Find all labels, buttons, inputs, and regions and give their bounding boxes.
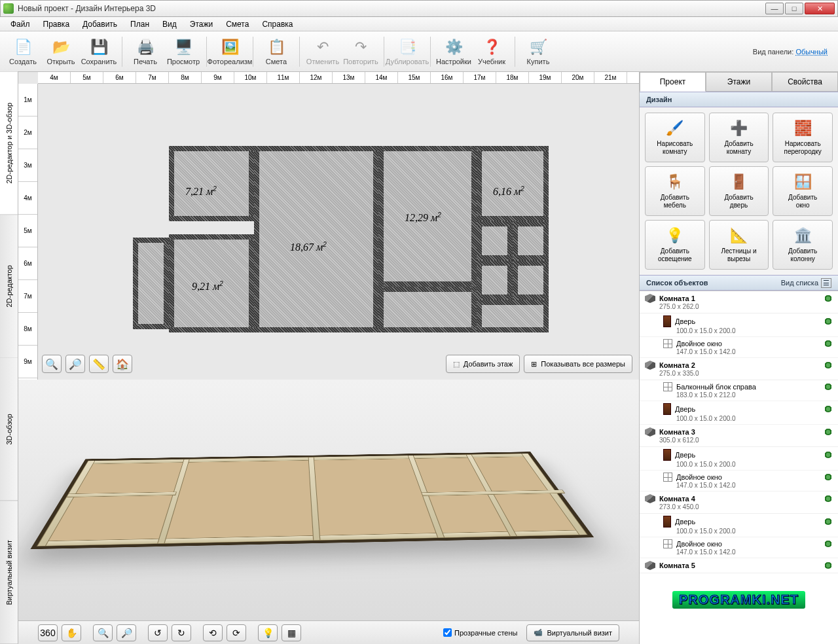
obj-item-3-0[interactable]: Дверь100.0 x 15.0 x 200.0 bbox=[640, 514, 838, 537]
menu-Смета[interactable]: Смета bbox=[219, 18, 255, 30]
draw-room-icon: 🖌️ bbox=[665, 119, 685, 137]
room-6[interactable] bbox=[513, 221, 549, 260]
menu-Этажи[interactable]: Этажи bbox=[183, 18, 219, 30]
plan-canvas[interactable]: 7,21 м218,67 м212,29 м26,16 м29,21 м2 bbox=[38, 84, 639, 380]
draw-partition-button[interactable]: 🧱Нарисоватьперегородку bbox=[773, 113, 833, 162]
photorealism-button[interactable]: 🖼️Фотореализм bbox=[211, 33, 249, 70]
obj-item-1-0[interactable]: Балконный блок справа183.0 x 15.0 x 212.… bbox=[640, 380, 838, 401]
obj-room-3[interactable]: Комната 4273.0 x 450.0 bbox=[640, 492, 838, 514]
camera-button[interactable]: ▦ bbox=[282, 624, 301, 641]
right-tab-Этажи[interactable]: Этажи bbox=[706, 72, 772, 92]
visibility-icon[interactable] bbox=[824, 384, 833, 390]
vtab-0[interactable]: 2D-редактор и 3D-обзор bbox=[0, 72, 18, 215]
reset-view-button[interactable]: ↺ bbox=[148, 624, 168, 641]
visibility-icon[interactable] bbox=[824, 406, 833, 412]
visibility-icon[interactable] bbox=[824, 562, 833, 569]
minimize-button[interactable]: — bbox=[765, 3, 784, 14]
visibility-icon[interactable] bbox=[824, 429, 833, 435]
print-button[interactable]: 🖨️Печать bbox=[126, 33, 164, 70]
visibility-icon[interactable] bbox=[824, 452, 833, 458]
obj-room-0[interactable]: Комната 1275.0 x 262.0 bbox=[640, 291, 838, 313]
tutorial-button[interactable]: ❓Учебник bbox=[473, 33, 511, 70]
home-button[interactable]: 🏠 bbox=[113, 355, 132, 373]
obj-room-2[interactable]: Комната 3305.0 x 612.0 bbox=[640, 425, 838, 447]
add-door-button[interactable]: 🚪Добавитьдверь bbox=[709, 166, 769, 216]
add-room-icon: ➕ bbox=[728, 119, 749, 137]
pan-button[interactable]: ✋ bbox=[62, 624, 81, 641]
buy-button[interactable]: 🛒Купить bbox=[519, 33, 557, 70]
settings-button[interactable]: ⚙️Настройки bbox=[435, 33, 473, 70]
obj-item-1-1[interactable]: Дверь100.0 x 15.0 x 200.0 bbox=[640, 401, 838, 425]
visibility-icon[interactable] bbox=[824, 495, 833, 502]
menu-План[interactable]: План bbox=[124, 18, 156, 30]
obj-item-3-1[interactable]: Двойное окно147.0 x 15.0 x 142.0 bbox=[640, 537, 838, 558]
add-lighting-button[interactable]: 💡Добавитьосвещение bbox=[645, 220, 705, 270]
stairs-cutouts-button[interactable]: 📐Лестницы ивырезы bbox=[709, 220, 769, 270]
obj-item-2-1[interactable]: Двойное окно147.0 x 15.0 x 142.0 bbox=[640, 471, 838, 492]
vtab-1[interactable]: 2D-редактор bbox=[0, 215, 18, 359]
turn-left-button[interactable]: ⟲ bbox=[203, 624, 223, 641]
visibility-icon[interactable] bbox=[824, 474, 833, 480]
room-7[interactable] bbox=[477, 260, 513, 300]
room-9[interactable] bbox=[477, 300, 549, 332]
menu-Правка[interactable]: Правка bbox=[37, 18, 77, 30]
add-window-button[interactable]: 🪟Добавитьокно bbox=[773, 166, 833, 216]
obj-item-0-0[interactable]: Дверь100.0 x 15.0 x 200.0 bbox=[640, 313, 838, 337]
virtual-visit-button[interactable]: 📹 Виртуальный визит bbox=[526, 624, 619, 641]
turn-right-button[interactable]: ⟳ bbox=[227, 624, 246, 641]
maximize-button[interactable]: □ bbox=[785, 3, 803, 14]
room-0[interactable] bbox=[169, 146, 254, 221]
room-3[interactable] bbox=[477, 146, 549, 221]
light-button[interactable]: 💡 bbox=[258, 624, 278, 641]
visibility-icon[interactable] bbox=[824, 518, 833, 525]
preview-button[interactable]: 🖥️Просмотр bbox=[164, 33, 202, 70]
right-tab-Свойства[interactable]: Свойства bbox=[772, 72, 838, 92]
visibility-icon[interactable] bbox=[824, 541, 833, 547]
view-3d-area[interactable] bbox=[18, 380, 639, 620]
new-button[interactable]: 📄Создать bbox=[4, 33, 42, 70]
ruler-button[interactable]: 📏 bbox=[89, 355, 109, 373]
undo-icon: ↶ bbox=[312, 38, 333, 56]
cube-icon bbox=[645, 361, 655, 370]
menu-Вид[interactable]: Вид bbox=[156, 18, 183, 30]
draw-room-button[interactable]: 🖌️Нарисоватькомнату bbox=[645, 113, 705, 162]
room-11[interactable] bbox=[133, 238, 169, 329]
orbit-button[interactable]: 360 bbox=[38, 624, 58, 641]
zoom-in-3d-button[interactable]: 🔎 bbox=[117, 624, 136, 641]
menu-Файл[interactable]: Файл bbox=[4, 18, 37, 30]
panel-mode-link[interactable]: Обычный bbox=[795, 48, 828, 56]
visibility-icon[interactable] bbox=[824, 318, 833, 325]
plan-2d-area[interactable]: 4м5м6м7м8м9м10м11м12м13м14м15м16м17м18м1… bbox=[18, 72, 639, 380]
visibility-icon[interactable] bbox=[824, 295, 833, 302]
room-8[interactable] bbox=[513, 260, 549, 300]
room-5[interactable] bbox=[477, 221, 513, 260]
right-tab-Проект[interactable]: Проект bbox=[640, 72, 706, 92]
menu-Справка[interactable]: Справка bbox=[255, 18, 299, 30]
zoom-out-3d-button[interactable]: 🔍 bbox=[93, 624, 113, 641]
add-column-button[interactable]: 🏛️Добавитьколонну bbox=[773, 220, 833, 270]
save-button[interactable]: 💾Сохранить bbox=[80, 33, 118, 70]
visibility-icon[interactable] bbox=[824, 340, 833, 347]
zoom-in-button[interactable]: 🔎 bbox=[65, 355, 85, 373]
close-button[interactable]: ✕ bbox=[805, 3, 835, 14]
add-furniture-button[interactable]: 🪑Добавитьмебель bbox=[645, 166, 705, 216]
obj-item-2-0[interactable]: Дверь100.0 x 15.0 x 200.0 bbox=[640, 447, 838, 471]
add-room-button[interactable]: ➕Добавитькомнату bbox=[709, 113, 769, 162]
zoom-out-button[interactable]: 🔍 bbox=[42, 355, 62, 373]
vtab-2[interactable]: 3D-обзор bbox=[0, 358, 18, 501]
visibility-icon[interactable] bbox=[824, 362, 833, 368]
show-all-dims-button[interactable]: ⊞Показывать все размеры bbox=[524, 355, 632, 373]
obj-room-1[interactable]: Комната 2275.0 x 335.0 bbox=[640, 358, 838, 380]
estimate-button[interactable]: 📋Смета bbox=[257, 33, 295, 70]
add-floor-button[interactable]: ⬚Добавить этаж bbox=[446, 355, 520, 373]
list-view-icon[interactable]: ☰ bbox=[821, 278, 831, 288]
menu-Добавить[interactable]: Добавить bbox=[76, 18, 124, 30]
reset-view-alt-button[interactable]: ↻ bbox=[172, 624, 191, 641]
transparent-walls-checkbox[interactable]: Прозрачные стены bbox=[443, 628, 517, 637]
vtab-3[interactable]: Виртуальный визит bbox=[0, 501, 18, 645]
obj-item-0-1[interactable]: Двойное окно147.0 x 15.0 x 142.0 bbox=[640, 337, 838, 358]
room-10[interactable] bbox=[378, 287, 477, 332]
room-1[interactable] bbox=[254, 146, 378, 332]
open-button[interactable]: 📂Открыть bbox=[42, 33, 80, 70]
obj-room-4[interactable]: Комната 5 bbox=[640, 558, 838, 573]
